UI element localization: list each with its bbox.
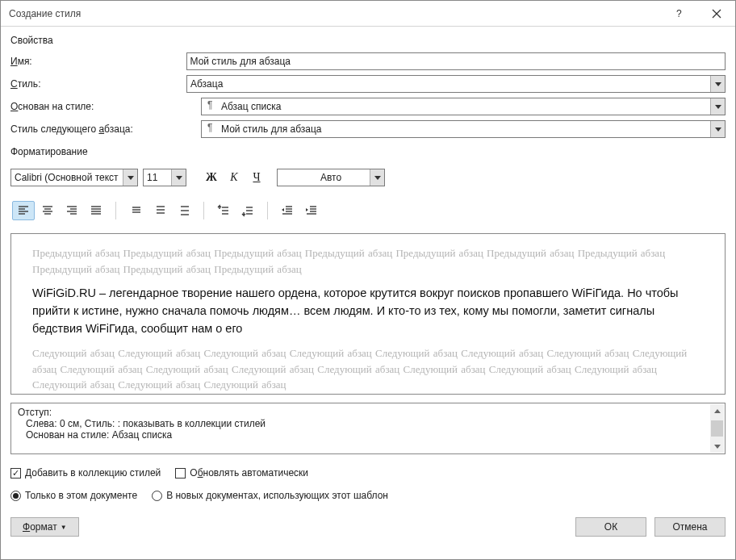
- based-on-label: Основан на стиле:: [10, 101, 180, 112]
- svg-marker-4: [715, 105, 721, 109]
- indent-decrease-button[interactable]: [276, 201, 299, 220]
- font-color-dropdown-button[interactable]: [370, 169, 384, 186]
- auto-update-checkbox[interactable]: Обновлять автоматически: [175, 467, 308, 479]
- new-docs-label: В новых документах, использующих этот ша…: [166, 490, 388, 501]
- preview-next-paragraph: Следующий абзац Следующий абзац Следующи…: [32, 345, 704, 393]
- font-color-swatch: [278, 169, 292, 186]
- spacing-single-button[interactable]: [124, 201, 147, 220]
- align-right-button[interactable]: [61, 201, 83, 220]
- space-before-increase-button[interactable]: [212, 201, 235, 220]
- next-style-label: Стиль следующего абзаца:: [10, 123, 180, 135]
- preview-pane: Предыдущий абзац Предыдущий абзац Предыд…: [10, 233, 726, 395]
- description-line-1: Отступ:: [18, 407, 707, 418]
- space-before-decrease-button[interactable]: [236, 201, 259, 220]
- checkbox-icon: [175, 468, 186, 479]
- svg-marker-50: [714, 409, 721, 413]
- titlebar: Создание стиля ?: [1, 1, 735, 27]
- caret-down-icon: ▼: [61, 524, 67, 531]
- checkbox-icon: [10, 468, 21, 479]
- svg-marker-3: [715, 82, 721, 86]
- description-scrollbar[interactable]: [710, 404, 724, 453]
- font-name-dropdown-button[interactable]: [123, 169, 137, 186]
- next-style-combo[interactable]: [201, 120, 726, 138]
- description-line-3: Основан на стиле: Абзац списка: [18, 429, 707, 441]
- svg-marker-6: [128, 176, 134, 180]
- style-type-dropdown-button[interactable]: [710, 76, 725, 92]
- style-type-label: Стиль:: [10, 78, 180, 90]
- style-type-combo[interactable]: [186, 75, 726, 93]
- based-on-dropdown-button[interactable]: [710, 98, 725, 115]
- preview-sample-text: WiFiGiD.RU – легендарное творение нашего…: [32, 285, 704, 337]
- svg-text:?: ?: [676, 9, 682, 19]
- only-this-doc-label: Только в этом документе: [25, 490, 137, 501]
- name-label: Имя:: [10, 56, 180, 67]
- font-name-combo[interactable]: Calibri (Основной текст: [10, 169, 138, 186]
- bold-button[interactable]: Ж: [203, 169, 220, 186]
- font-color-combo[interactable]: Авто: [277, 169, 385, 186]
- radio-icon: [152, 491, 162, 501]
- only-this-doc-radio[interactable]: Только в этом документе: [10, 490, 137, 501]
- help-button[interactable]: ?: [661, 1, 698, 27]
- radio-icon: [10, 491, 21, 501]
- name-input[interactable]: [186, 52, 726, 70]
- indent-increase-button[interactable]: [300, 201, 323, 220]
- description-line-2: Слева: 0 см, Стиль: : показывать в колле…: [18, 418, 707, 429]
- scroll-thumb[interactable]: [711, 420, 723, 437]
- format-button[interactable]: Формат▼: [10, 517, 79, 537]
- align-left-button[interactable]: [12, 201, 35, 220]
- svg-marker-51: [714, 445, 721, 449]
- scroll-down-button[interactable]: [710, 439, 724, 453]
- preview-previous-paragraph: Предыдущий абзац Предыдущий абзац Предыд…: [32, 245, 704, 277]
- underline-button[interactable]: Ч: [248, 169, 266, 186]
- window-title: Создание стиля: [9, 8, 81, 19]
- description-box: Отступ: Слева: 0 см, Стиль: : показывать…: [10, 403, 726, 454]
- ok-button[interactable]: ОК: [575, 517, 646, 537]
- properties-section-label: Свойства: [10, 35, 726, 48]
- font-size-value: 11: [144, 172, 171, 183]
- scroll-up-button[interactable]: [710, 404, 724, 418]
- svg-marker-44: [282, 208, 284, 211]
- spacing-double-button[interactable]: [173, 201, 195, 220]
- based-on-combo[interactable]: [201, 98, 726, 115]
- font-name-value: Calibri (Основной текст: [11, 172, 123, 183]
- align-justify-button[interactable]: [85, 201, 107, 220]
- add-to-collection-checkbox[interactable]: Добавить в коллекцию стилей: [10, 467, 161, 479]
- svg-marker-49: [306, 208, 308, 211]
- next-style-dropdown-button[interactable]: [710, 121, 725, 137]
- spacing-onehalf-button[interactable]: [148, 201, 171, 220]
- svg-marker-5: [715, 127, 721, 132]
- svg-marker-8: [374, 176, 381, 180]
- font-size-dropdown-button[interactable]: [171, 169, 186, 186]
- close-button[interactable]: [698, 1, 735, 27]
- svg-marker-7: [176, 176, 182, 180]
- font-size-combo[interactable]: 11: [143, 169, 186, 186]
- font-color-label: Авто: [292, 172, 370, 183]
- cancel-button[interactable]: Отмена: [654, 517, 726, 537]
- formatting-section-label: Форматирование: [10, 146, 726, 159]
- align-center-button[interactable]: [36, 201, 59, 220]
- italic-button[interactable]: К: [225, 169, 243, 186]
- new-docs-radio[interactable]: В новых документах, использующих этот ша…: [152, 490, 388, 501]
- paragraph-toolbar: [10, 198, 726, 224]
